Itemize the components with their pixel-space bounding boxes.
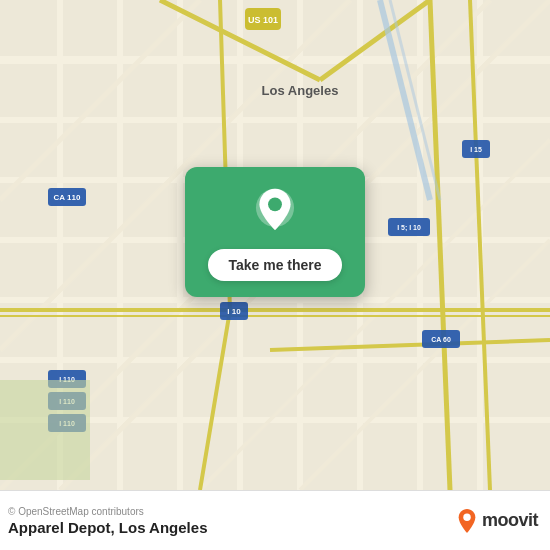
moovit-brand-text: moovit [482,510,538,531]
svg-text:Los Angeles: Los Angeles [262,83,339,98]
place-name: Apparel Depot, Los Angeles [8,519,207,536]
take-me-there-button[interactable]: Take me there [208,249,341,281]
bottom-info: © OpenStreetMap contributors Apparel Dep… [8,506,207,536]
location-card: Take me there [185,167,365,297]
svg-point-55 [268,197,282,211]
map-attribution: © OpenStreetMap contributors [8,506,207,517]
svg-point-56 [463,513,470,520]
svg-text:I 5; I 10: I 5; I 10 [397,224,421,232]
svg-rect-53 [0,380,90,480]
svg-text:I 10: I 10 [227,307,241,316]
moovit-logo[interactable]: moovit [456,508,538,534]
svg-text:I 15: I 15 [470,146,482,153]
svg-text:CA 110: CA 110 [54,193,81,202]
svg-text:CA 60: CA 60 [431,336,451,343]
location-pin-icon [249,187,301,239]
moovit-pin-icon [456,508,478,534]
bottom-bar: © OpenStreetMap contributors Apparel Dep… [0,490,550,550]
svg-text:US 101: US 101 [248,15,278,25]
map-container[interactable]: US 101 I 10 CA 110 I 5; I 10 I 110 I 110… [0,0,550,490]
